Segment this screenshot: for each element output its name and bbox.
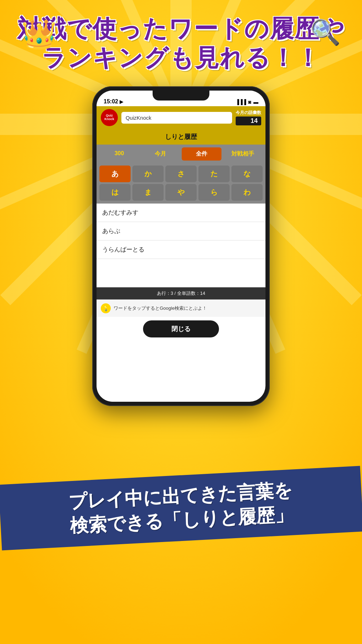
tip-bar: 💡 ワードをタップするとGoogle検索にとぶよ！ <box>97 299 265 317</box>
filter-tab-all[interactable]: 全件 <box>182 147 221 161</box>
kana-ma[interactable]: ま <box>132 184 164 201</box>
phone-inner: 15:02 ▶ ▐▐▐ ◙ ▬ Quiz Knock QuizKnock <box>97 91 265 402</box>
quizknock-logo: Quiz Knock <box>101 109 118 126</box>
app-header: Quiz Knock QuizKnock 今月の語彙数 14 <box>97 106 265 129</box>
tip-text: ワードをタップするとGoogle検索にとぶよ！ <box>114 305 207 312</box>
kana-a[interactable]: あ <box>99 166 131 182</box>
banner-text: プレイ中に出てきた言葉を 検索できる「しりと履歴」 <box>13 475 349 541</box>
wifi-icon: ◙ <box>248 99 251 105</box>
search-icon-top: 🔍 <box>310 18 341 47</box>
filter-tab-month[interactable]: 今月 <box>141 147 180 161</box>
phone-mockup: 15:02 ▶ ▐▐▐ ◙ ▬ Quiz Knock QuizKnock <box>0 86 362 406</box>
kana-ka[interactable]: か <box>132 166 164 182</box>
phone-outer: 15:02 ▶ ▐▐▐ ◙ ▬ Quiz Knock QuizKnock <box>92 86 270 406</box>
screen-title: しりと履歴 <box>97 129 265 145</box>
status-icons: ▐▐▐ ◙ ▬ <box>236 99 258 105</box>
search-bar[interactable]: QuizKnock <box>121 112 232 124</box>
location-icon: ▶ <box>120 99 123 104</box>
kana-ha[interactable]: は <box>99 184 131 201</box>
month-vocab-label: 今月の語彙数 <box>236 110 261 116</box>
word-item-empty <box>97 259 265 287</box>
crown-icon: 👑 <box>21 18 57 51</box>
kana-ra[interactable]: ら <box>198 184 230 201</box>
notch <box>153 91 209 101</box>
filter-tabs: 300 今月 全件 対戦相手 <box>97 145 265 163</box>
month-vocab-section: 今月の語彙数 14 <box>236 110 261 125</box>
kana-sa[interactable]: さ <box>165 166 197 182</box>
close-btn-container: 閉じる <box>97 317 265 341</box>
kana-wa[interactable]: わ <box>231 184 263 201</box>
bottom-bar: あ行：3 / 全単語数：14 <box>97 287 265 299</box>
kana-grid: あ か さ た な は ま や ら わ <box>97 163 265 204</box>
signal-icon: ▐▐▐ <box>236 99 246 105</box>
filter-tab-300[interactable]: 300 <box>99 147 139 161</box>
word-list: あだむすみす あらぶ うらんばーとる <box>97 204 265 287</box>
close-button[interactable]: 閉じる <box>143 320 219 337</box>
top-section: 👑 🔍 対戦で使ったワードの履歴や ランキングも見れる！！ <box>0 0 362 72</box>
month-vocab-count: 14 <box>236 117 261 125</box>
kana-na[interactable]: な <box>231 166 263 182</box>
kana-ya[interactable]: や <box>165 184 197 201</box>
battery-icon: ▬ <box>253 99 258 105</box>
word-item-0[interactable]: あだむすみす <box>97 204 265 222</box>
status-time: 15:02 <box>104 98 118 105</box>
banner: プレイ中に出てきた言葉を 検索できる「しりと履歴」 <box>0 466 362 550</box>
kana-ta[interactable]: た <box>198 166 230 182</box>
filter-tab-opponent[interactable]: 対戦相手 <box>223 147 263 161</box>
tip-icon: 💡 <box>101 303 111 313</box>
word-item-2[interactable]: うらんばーとる <box>97 240 265 259</box>
word-item-1[interactable]: あらぶ <box>97 222 265 240</box>
